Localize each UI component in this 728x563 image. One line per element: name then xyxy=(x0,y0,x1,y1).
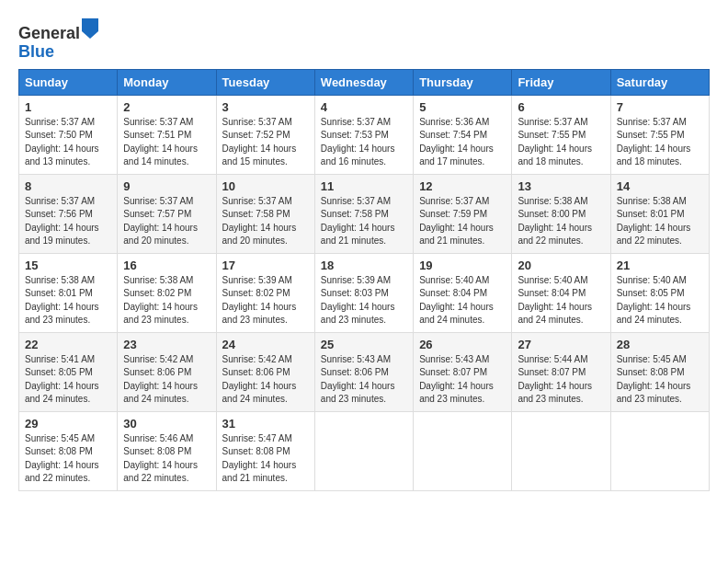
day-cell-13: 13Sunrise: 5:38 AM Sunset: 8:00 PM Dayli… xyxy=(512,174,610,253)
day-number: 6 xyxy=(518,100,604,114)
day-number: 4 xyxy=(321,100,407,114)
day-info: Sunrise: 5:40 AM Sunset: 8:04 PM Dayligh… xyxy=(419,274,506,327)
day-info: Sunrise: 5:43 AM Sunset: 8:06 PM Dayligh… xyxy=(321,353,407,407)
day-info: Sunrise: 5:45 AM Sunset: 8:08 PM Dayligh… xyxy=(25,432,111,486)
day-cell-19: 19Sunrise: 5:40 AM Sunset: 8:04 PM Dayli… xyxy=(414,253,512,332)
logo-icon xyxy=(82,18,98,39)
day-cell-22: 22Sunrise: 5:41 AM Sunset: 8:05 PM Dayli… xyxy=(19,332,118,411)
logo-blue: Blue xyxy=(18,42,54,61)
day-cell-16: 16Sunrise: 5:38 AM Sunset: 8:02 PM Dayli… xyxy=(118,253,216,332)
day-number: 18 xyxy=(321,259,407,272)
day-cell-4: 4Sunrise: 5:37 AM Sunset: 7:53 PM Daylig… xyxy=(314,95,413,174)
page-header: General Blue xyxy=(18,15,710,62)
day-number: 21 xyxy=(617,259,703,272)
svg-marker-0 xyxy=(82,18,98,39)
day-cell-15: 15Sunrise: 5:38 AM Sunset: 8:01 PM Dayli… xyxy=(19,253,118,332)
empty-cell xyxy=(610,411,709,490)
day-info: Sunrise: 5:39 AM Sunset: 8:03 PM Dayligh… xyxy=(321,274,407,327)
day-cell-28: 28Sunrise: 5:45 AM Sunset: 8:08 PM Dayli… xyxy=(610,332,709,411)
weekday-wednesday: Wednesday xyxy=(314,69,413,95)
day-number: 26 xyxy=(419,338,506,351)
day-info: Sunrise: 5:45 AM Sunset: 8:08 PM Dayligh… xyxy=(617,353,703,407)
day-number: 14 xyxy=(617,179,703,193)
day-cell-3: 3Sunrise: 5:37 AM Sunset: 7:52 PM Daylig… xyxy=(216,95,314,174)
day-number: 15 xyxy=(25,259,111,272)
day-info: Sunrise: 5:40 AM Sunset: 8:05 PM Dayligh… xyxy=(617,274,703,327)
day-info: Sunrise: 5:37 AM Sunset: 7:56 PM Dayligh… xyxy=(25,195,111,248)
day-info: Sunrise: 5:37 AM Sunset: 7:58 PM Dayligh… xyxy=(222,195,309,248)
weekday-header-row: SundayMondayTuesdayWednesdayThursdayFrid… xyxy=(19,69,710,95)
day-cell-2: 2Sunrise: 5:37 AM Sunset: 7:51 PM Daylig… xyxy=(118,95,216,174)
day-number: 5 xyxy=(419,100,506,114)
day-number: 16 xyxy=(123,259,210,272)
day-info: Sunrise: 5:44 AM Sunset: 8:07 PM Dayligh… xyxy=(518,353,604,407)
day-cell-25: 25Sunrise: 5:43 AM Sunset: 8:06 PM Dayli… xyxy=(314,332,413,411)
day-number: 30 xyxy=(123,417,210,431)
day-info: Sunrise: 5:38 AM Sunset: 8:02 PM Dayligh… xyxy=(123,274,210,327)
weekday-saturday: Saturday xyxy=(610,69,709,95)
day-number: 13 xyxy=(518,179,604,193)
day-info: Sunrise: 5:37 AM Sunset: 7:59 PM Dayligh… xyxy=(419,195,506,248)
day-info: Sunrise: 5:39 AM Sunset: 8:02 PM Dayligh… xyxy=(222,274,309,327)
day-number: 3 xyxy=(222,100,309,114)
day-cell-20: 20Sunrise: 5:40 AM Sunset: 8:04 PM Dayli… xyxy=(512,253,610,332)
day-number: 22 xyxy=(25,338,111,351)
day-cell-31: 31Sunrise: 5:47 AM Sunset: 8:08 PM Dayli… xyxy=(216,411,314,490)
week-row-2: 8Sunrise: 5:37 AM Sunset: 7:56 PM Daylig… xyxy=(19,174,710,253)
day-number: 2 xyxy=(123,100,210,114)
day-number: 12 xyxy=(419,179,506,193)
day-number: 19 xyxy=(419,259,506,272)
day-number: 17 xyxy=(222,259,309,272)
day-info: Sunrise: 5:47 AM Sunset: 8:08 PM Dayligh… xyxy=(222,432,309,486)
day-cell-21: 21Sunrise: 5:40 AM Sunset: 8:05 PM Dayli… xyxy=(610,253,709,332)
day-info: Sunrise: 5:43 AM Sunset: 8:07 PM Dayligh… xyxy=(419,353,506,407)
day-info: Sunrise: 5:42 AM Sunset: 8:06 PM Dayligh… xyxy=(222,353,309,407)
day-cell-23: 23Sunrise: 5:42 AM Sunset: 8:06 PM Dayli… xyxy=(118,332,216,411)
day-number: 28 xyxy=(617,338,703,351)
day-number: 29 xyxy=(25,417,111,431)
day-number: 27 xyxy=(518,338,604,351)
day-info: Sunrise: 5:37 AM Sunset: 7:50 PM Dayligh… xyxy=(25,116,111,169)
day-cell-18: 18Sunrise: 5:39 AM Sunset: 8:03 PM Dayli… xyxy=(314,253,413,332)
weekday-thursday: Thursday xyxy=(414,69,512,95)
day-info: Sunrise: 5:37 AM Sunset: 7:57 PM Dayligh… xyxy=(123,195,210,248)
day-cell-12: 12Sunrise: 5:37 AM Sunset: 7:59 PM Dayli… xyxy=(414,174,512,253)
empty-cell xyxy=(414,411,512,490)
day-info: Sunrise: 5:38 AM Sunset: 8:01 PM Dayligh… xyxy=(25,274,111,327)
day-info: Sunrise: 5:36 AM Sunset: 7:54 PM Dayligh… xyxy=(419,116,506,169)
calendar-body: 1Sunrise: 5:37 AM Sunset: 7:50 PM Daylig… xyxy=(19,95,710,490)
day-cell-24: 24Sunrise: 5:42 AM Sunset: 8:06 PM Dayli… xyxy=(216,332,314,411)
logo-general: General xyxy=(18,24,80,42)
day-cell-6: 6Sunrise: 5:37 AM Sunset: 7:55 PM Daylig… xyxy=(512,95,610,174)
day-cell-9: 9Sunrise: 5:37 AM Sunset: 7:57 PM Daylig… xyxy=(118,174,216,253)
day-number: 9 xyxy=(123,179,210,193)
weekday-friday: Friday xyxy=(512,69,610,95)
day-number: 25 xyxy=(321,338,407,351)
day-cell-10: 10Sunrise: 5:37 AM Sunset: 7:58 PM Dayli… xyxy=(216,174,314,253)
day-info: Sunrise: 5:38 AM Sunset: 8:00 PM Dayligh… xyxy=(518,195,604,248)
day-info: Sunrise: 5:46 AM Sunset: 8:08 PM Dayligh… xyxy=(123,432,210,486)
day-number: 7 xyxy=(617,100,703,114)
week-row-1: 1Sunrise: 5:37 AM Sunset: 7:50 PM Daylig… xyxy=(19,95,710,174)
day-cell-27: 27Sunrise: 5:44 AM Sunset: 8:07 PM Dayli… xyxy=(512,332,610,411)
weekday-sunday: Sunday xyxy=(19,69,118,95)
day-info: Sunrise: 5:37 AM Sunset: 7:55 PM Dayligh… xyxy=(518,116,604,169)
day-number: 20 xyxy=(518,259,604,272)
day-number: 24 xyxy=(222,338,309,351)
day-cell-8: 8Sunrise: 5:37 AM Sunset: 7:56 PM Daylig… xyxy=(19,174,118,253)
day-number: 11 xyxy=(321,179,407,193)
day-cell-11: 11Sunrise: 5:37 AM Sunset: 7:58 PM Dayli… xyxy=(314,174,413,253)
day-info: Sunrise: 5:37 AM Sunset: 7:58 PM Dayligh… xyxy=(321,195,407,248)
day-cell-1: 1Sunrise: 5:37 AM Sunset: 7:50 PM Daylig… xyxy=(19,95,118,174)
week-row-3: 15Sunrise: 5:38 AM Sunset: 8:01 PM Dayli… xyxy=(19,253,710,332)
day-number: 10 xyxy=(222,179,309,193)
day-info: Sunrise: 5:37 AM Sunset: 7:53 PM Dayligh… xyxy=(321,116,407,169)
weekday-tuesday: Tuesday xyxy=(216,69,314,95)
day-info: Sunrise: 5:42 AM Sunset: 8:06 PM Dayligh… xyxy=(123,353,210,407)
logo: General Blue xyxy=(18,18,98,62)
day-cell-30: 30Sunrise: 5:46 AM Sunset: 8:08 PM Dayli… xyxy=(118,411,216,490)
week-row-4: 22Sunrise: 5:41 AM Sunset: 8:05 PM Dayli… xyxy=(19,332,710,411)
day-cell-5: 5Sunrise: 5:36 AM Sunset: 7:54 PM Daylig… xyxy=(414,95,512,174)
day-number: 1 xyxy=(25,100,111,114)
day-cell-17: 17Sunrise: 5:39 AM Sunset: 8:02 PM Dayli… xyxy=(216,253,314,332)
